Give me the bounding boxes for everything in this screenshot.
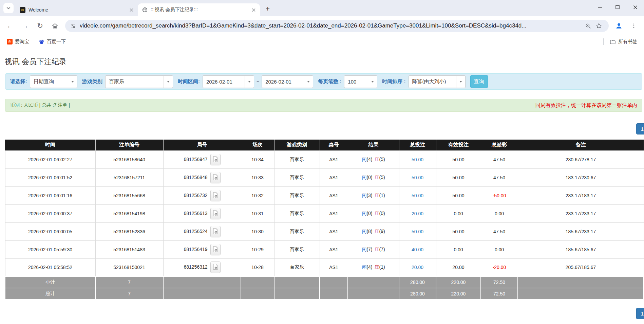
cell-total-bet[interactable]: 40.00 — [399, 240, 436, 258]
range-separator: ~ — [257, 79, 259, 84]
address-bar[interactable]: videoie.com/game/betrecord_search/kind3?… — [65, 20, 609, 32]
date-mode-select[interactable]: 日期查询 — [30, 75, 77, 88]
sort-select[interactable]: 降冪(由大到小) — [409, 75, 466, 88]
cell-valid-bet: 50.00 — [436, 222, 481, 240]
cell-payout: -20.00 — [481, 258, 518, 276]
cell-table-number: AS1 — [320, 222, 348, 240]
cell-round-number: 681256312 — [163, 258, 241, 276]
cell-payout: 0.00 — [481, 204, 518, 222]
cell-table-number: AS1 — [320, 150, 348, 168]
cell-round-number: 681256732 — [163, 186, 241, 204]
cell-bet-number: 523168152836 — [95, 222, 163, 240]
grand-total-empty-cell — [518, 288, 644, 300]
bookmark-star-icon[interactable] — [594, 21, 604, 31]
cell-result: 闲(0)庄(5) — [348, 168, 399, 186]
tab-close-icon[interactable] — [128, 7, 134, 13]
cell-game-kind: 百家乐 — [274, 150, 320, 168]
cell-round-number: 681256613 — [163, 204, 241, 222]
grand-total-payout: 72.50 — [481, 288, 518, 300]
subtotal-count: 7 — [95, 276, 163, 288]
result-player: 闲 — [362, 157, 366, 162]
bookmarks-bar: 淘 爱淘宝 百度一下 所有书签 — [0, 35, 644, 48]
cell-time: 2026-02-01 06:02:27 — [5, 150, 95, 168]
grand-total-empty-cell — [274, 288, 320, 300]
cell-session: 10-34 — [241, 150, 274, 168]
maximize-button[interactable] — [609, 2, 626, 12]
cell-total-bet[interactable]: 50.00 — [399, 186, 436, 204]
video-replay-button[interactable] — [210, 244, 221, 255]
video-replay-button[interactable] — [210, 208, 221, 219]
browser-menu-button[interactable] — [627, 19, 640, 32]
cell-result: 闲(0)庄(0) — [348, 204, 399, 222]
cell-total-bet[interactable]: 20.00 — [399, 204, 436, 222]
result-player: 闲 — [362, 229, 366, 234]
cell-total-bet[interactable]: 20.00 — [399, 258, 436, 276]
col-time: 时间 — [5, 140, 95, 150]
cell-bet-number: 523168151483 — [95, 240, 163, 258]
col-payout: 总派彩 — [481, 140, 518, 150]
grand-total-empty-cell — [163, 288, 241, 300]
back-button[interactable]: ← — [4, 19, 17, 32]
cell-bet-number: 523168154198 — [95, 204, 163, 222]
cell-table-number: AS1 — [320, 240, 348, 258]
bet-records-table: 时间 注单编号 局号 场次 游戏类别 桌号 结果 总投注 有效投注 总派彩 备注… — [5, 140, 644, 300]
result-banker-score: (9) — [379, 229, 385, 234]
bookmark-baidu[interactable]: 百度一下 — [36, 37, 69, 47]
cell-payout: 47.50 — [481, 168, 518, 186]
round-number: 681256613 — [184, 210, 207, 216]
date-start-select[interactable]: 2026-02-01 — [203, 75, 254, 88]
tab-close-icon[interactable] — [250, 7, 257, 13]
table-row: 2026-02-01 06:01:52523168157211681256848… — [5, 168, 644, 186]
video-replay-button[interactable] — [210, 154, 221, 165]
date-end-value: 2026-02-01 — [262, 79, 291, 85]
welcome-favicon-icon — [20, 7, 25, 13]
cell-total-bet[interactable]: 50.00 — [399, 168, 436, 186]
tab-search-button[interactable] — [3, 3, 14, 13]
cell-payout: 47.50 — [481, 150, 518, 168]
result-player: 闲 — [362, 247, 366, 252]
tab-bet-records[interactable]: :::视讯 会员下注纪录::: — [138, 3, 260, 16]
site-settings-icon[interactable] — [70, 23, 76, 29]
table-row: 2026-02-01 06:01:16523168155668681256732… — [5, 186, 644, 204]
tab-title: Welcome — [29, 7, 126, 13]
cell-total-bet[interactable]: 50.00 — [399, 222, 436, 240]
zoom-page-icon[interactable] — [583, 21, 593, 31]
table-row: 2026-02-01 06:00:05523168152836681256524… — [5, 222, 644, 240]
forward-button[interactable]: → — [19, 19, 32, 32]
game-kind-label: 游戏类别 — [82, 78, 102, 85]
subtotal-empty-cell — [163, 276, 241, 288]
profile-avatar[interactable] — [612, 19, 625, 32]
url-text[interactable]: videoie.com/game/betrecord_search/kind3?… — [80, 22, 582, 29]
new-tab-button[interactable]: + — [263, 4, 273, 14]
chevron-down-icon — [304, 76, 313, 88]
result-banker: 庄 — [375, 193, 379, 198]
cell-session: 10-28 — [241, 258, 274, 276]
date-end-select[interactable]: 2026-02-01 — [262, 75, 313, 88]
video-replay-button[interactable] — [210, 190, 221, 201]
result-banker-score: (7) — [379, 247, 385, 252]
all-bookmarks-button[interactable]: 所有书签 — [607, 37, 640, 47]
video-replay-button[interactable] — [210, 172, 221, 183]
close-window-button[interactable] — [626, 2, 644, 12]
home-button[interactable] — [49, 19, 61, 32]
cell-total-bet[interactable]: 50.00 — [399, 150, 436, 168]
game-kind-select[interactable]: 百家乐 — [105, 75, 173, 88]
window-controls — [591, 2, 644, 12]
chevron-down-icon — [245, 76, 254, 88]
tab-welcome[interactable]: Welcome — [16, 3, 138, 16]
cell-result: 闲(7)庄(7) — [348, 240, 399, 258]
bookmark-taobao[interactable]: 淘 爱淘宝 — [4, 37, 32, 47]
search-button[interactable]: 查询 — [470, 75, 488, 88]
video-replay-button[interactable] — [210, 226, 221, 237]
page-1-button[interactable]: 1 — [636, 123, 644, 134]
reload-button[interactable]: ↻ — [34, 19, 46, 32]
video-replay-button[interactable] — [210, 262, 221, 273]
per-page-select[interactable]: 100 — [344, 75, 377, 88]
cell-valid-bet: 0.00 — [436, 240, 481, 258]
cell-bet-number: 523168150021 — [95, 258, 163, 276]
subtotal-empty-cell — [241, 276, 274, 288]
page-1-button[interactable]: 1 — [636, 308, 644, 319]
minimize-button[interactable] — [591, 2, 609, 12]
table-row: 2026-02-01 06:02:27523168158640681256947… — [5, 150, 644, 168]
cell-result: 闲(4)庄(5) — [348, 150, 399, 168]
